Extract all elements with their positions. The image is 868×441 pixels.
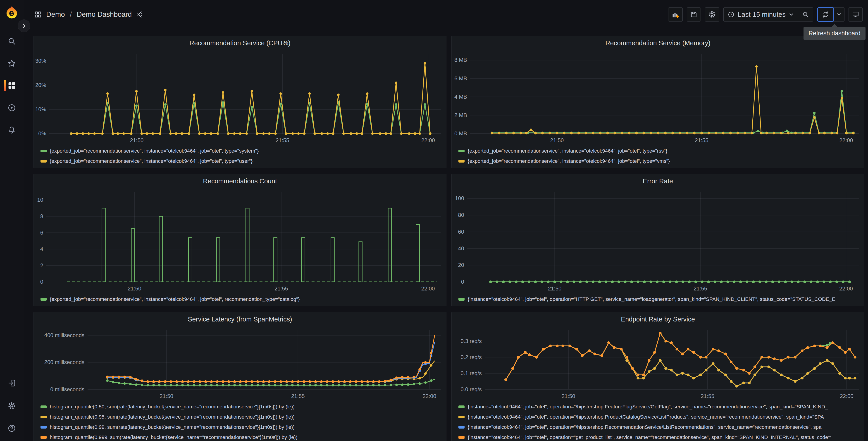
svg-text:0 MB: 0 MB [454, 130, 467, 137]
legend-item[interactable]: {exported_job="recommendationservice", i… [40, 294, 442, 304]
panel-service-latency: Service Latency (from SpanMetrics) 21:50… [33, 312, 446, 441]
sidebar-expand-button[interactable] [18, 20, 30, 32]
legend-label: histogram_quantile(0.99, sum(rate(latenc… [50, 424, 294, 430]
save-dashboard-button[interactable] [687, 7, 701, 22]
panel-title[interactable]: Endpoint Rate by Service [452, 312, 864, 326]
sidebar-item-help[interactable] [0, 424, 24, 433]
breadcrumb-separator: / [69, 10, 72, 19]
legend-item[interactable]: histogram_quantile(0.95, sum(rate(latenc… [40, 412, 442, 422]
svg-text:21:50: 21:50 [128, 286, 141, 292]
legend-swatch [459, 298, 465, 301]
chart-canvas[interactable]: 21:5021:5522:000.0 req/s0.1 req/s0.2 req… [452, 326, 864, 401]
panel-title[interactable]: Service Latency (from SpanMetrics) [34, 312, 446, 326]
cycle-view-mode-button[interactable] [848, 7, 863, 22]
legend-item[interactable]: {instance="otelcol:9464", job="otel", op… [459, 412, 860, 422]
chart-canvas[interactable]: 21:5021:5522:000%10%20%30% [34, 50, 446, 145]
alerting-bell-icon [8, 126, 16, 134]
panel-title[interactable]: Recommendation Service (CPU%) [34, 36, 446, 50]
legend-item[interactable]: {exported_job="recommendationservice", i… [40, 146, 442, 156]
svg-text:0.0 req/s: 0.0 req/s [461, 386, 482, 392]
star-icon [8, 59, 16, 67]
sidebar-item-sign-in[interactable] [0, 379, 24, 388]
legend-item[interactable]: {exported_job="recommendationservice", i… [459, 156, 860, 166]
legend-label: {instance="otelcol:9464", job="otel", op… [468, 424, 822, 430]
svg-text:21:55: 21:55 [693, 286, 707, 292]
svg-text:8: 8 [40, 213, 43, 219]
svg-text:60: 60 [458, 229, 464, 235]
sidebar-item-dashboards[interactable] [0, 81, 24, 90]
svg-text:10: 10 [37, 197, 43, 203]
clock-icon [728, 11, 735, 18]
zoom-out-time-button[interactable] [798, 8, 813, 21]
legend-item[interactable]: {instance="otelcol:9464", job="otel", op… [459, 294, 860, 304]
chart-canvas[interactable]: 21:5021:5522:000 milliseconds200 millise… [34, 326, 446, 401]
top-navigation: Demo / Demo Dashboard [24, 0, 868, 29]
legend-swatch [459, 436, 465, 439]
legend-item[interactable]: {exported_job="recommendationservice", i… [459, 146, 860, 156]
panel-title[interactable]: Recommendation Service (Memory) [452, 36, 864, 50]
svg-text:22:00: 22:00 [839, 286, 853, 292]
svg-text:21:50: 21:50 [550, 137, 564, 143]
breadcrumb-section[interactable]: Demo [46, 10, 65, 19]
panel-title[interactable]: Error Rate [452, 174, 864, 188]
legend: histogram_quantile(0.50, sum(rate(latenc… [34, 401, 446, 441]
panel-recommendations-count: Recommendations Count 21:5021:5522:00024… [33, 174, 446, 306]
add-panel-button[interactable] [668, 7, 683, 22]
svg-text:22:00: 22:00 [421, 286, 435, 292]
save-dashboard-icon [690, 11, 698, 18]
explore-compass-icon [8, 104, 16, 112]
legend-item[interactable]: {instance="otelcol:9464", job="otel", op… [459, 402, 860, 412]
legend-swatch [459, 416, 465, 418]
apps-grid-icon [34, 11, 42, 18]
sidebar-item-configuration[interactable] [0, 401, 24, 410]
refresh-dashboard-button[interactable] [818, 8, 833, 21]
svg-text:22:00: 22:00 [423, 393, 436, 399]
sidebar-item-starred[interactable] [0, 59, 24, 68]
sidebar-item-search[interactable] [0, 37, 24, 46]
time-range-picker[interactable]: Last 15 minutes [724, 8, 798, 21]
legend-label: histogram_quantile(0.50, sum(rate(latenc… [50, 404, 294, 410]
legend-swatch [40, 160, 46, 163]
legend-item[interactable]: {instance="otelcol:9464", job="otel", op… [459, 432, 860, 441]
legend: {exported_job="recommendationservice", i… [34, 294, 446, 306]
breadcrumb-dashboard-title[interactable]: Demo Dashboard [77, 10, 132, 19]
help-icon [8, 424, 16, 432]
legend-item[interactable]: histogram_quantile(0.999, sum(rate(laten… [40, 432, 442, 441]
legend-swatch [40, 416, 46, 418]
time-range-control: Last 15 minutes [723, 7, 813, 22]
chart-canvas[interactable]: 21:5021:5522:000246810 [34, 188, 446, 294]
svg-text:21:55: 21:55 [276, 137, 289, 143]
dashboard-settings-button[interactable] [705, 7, 719, 22]
grafana-logo-icon[interactable] [5, 5, 19, 20]
chart-canvas[interactable]: 21:5021:5522:000 MB2 MB4 MB6 MB8 MB [452, 50, 864, 145]
legend-item[interactable]: histogram_quantile(0.99, sum(rate(latenc… [40, 422, 442, 432]
chevron-down-icon [837, 12, 841, 17]
legend: {exported_job="recommendationservice", i… [34, 145, 446, 168]
search-icon [8, 37, 16, 45]
svg-text:400 milliseconds: 400 milliseconds [44, 332, 84, 338]
sidebar-item-alerting[interactable] [0, 125, 24, 135]
svg-text:0.3 req/s: 0.3 req/s [461, 338, 482, 344]
chevron-right-icon [22, 23, 27, 28]
legend-label: {instance="otelcol:9464", job="otel", op… [468, 414, 824, 420]
sidebar-item-explore[interactable] [0, 103, 24, 112]
legend-item[interactable]: {exported_job="recommendationservice", i… [40, 156, 442, 166]
settings-gear-icon [8, 402, 16, 410]
legend-item[interactable]: {instance="otelcol:9464", job="otel", op… [459, 422, 860, 432]
legend-swatch [40, 426, 46, 429]
legend-item[interactable]: histogram_quantile(0.50, sum(rate(latenc… [40, 402, 442, 412]
svg-text:2: 2 [40, 262, 43, 268]
svg-text:20%: 20% [35, 82, 46, 88]
panel-title[interactable]: Recommendations Count [34, 174, 446, 188]
share-icon[interactable] [136, 11, 143, 18]
svg-text:200 milliseconds: 200 milliseconds [44, 359, 84, 365]
breadcrumb: Demo / Demo Dashboard [34, 10, 143, 19]
svg-text:6: 6 [40, 230, 43, 236]
chart-canvas[interactable]: 21:5021:5522:00020406080100 [452, 188, 864, 294]
legend: {instance="otelcol:9464", job="otel", op… [452, 294, 864, 306]
svg-text:100: 100 [455, 195, 464, 201]
svg-text:21:55: 21:55 [291, 393, 305, 399]
legend-label: histogram_quantile(0.999, sum(rate(laten… [50, 435, 298, 440]
time-range-label: Last 15 minutes [738, 11, 786, 18]
refresh-interval-dropdown[interactable] [834, 8, 844, 21]
